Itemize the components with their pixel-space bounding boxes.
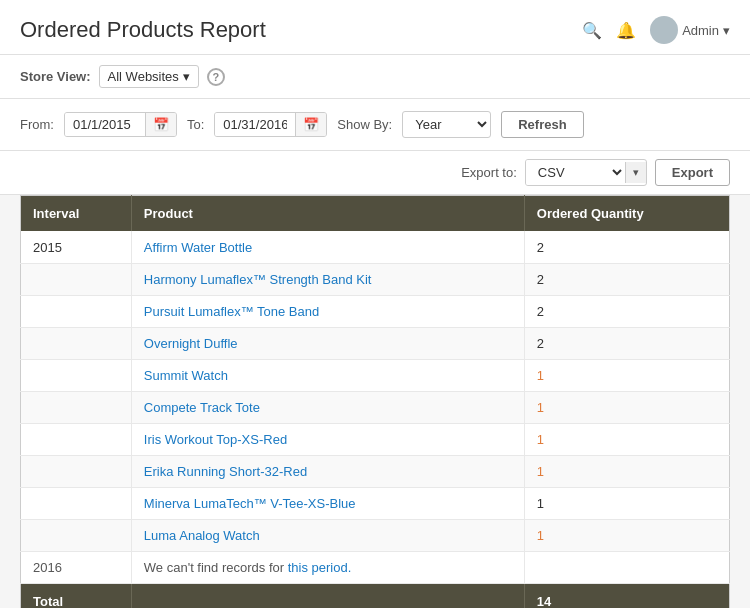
table-body: 2015Affirm Water Bottle2Harmony Lumaflex…: [21, 231, 730, 584]
table-row: Overnight Duffle2: [21, 328, 730, 360]
cell-quantity: 2: [524, 231, 729, 264]
cell-interval: [21, 392, 132, 424]
table-row: 2016We can't find records for this perio…: [21, 552, 730, 584]
refresh-button[interactable]: Refresh: [501, 111, 583, 138]
cell-product[interactable]: Harmony Lumaflex™ Strength Band Kit: [131, 264, 524, 296]
cell-quantity-empty: [524, 552, 729, 584]
from-calendar-icon[interactable]: 📅: [145, 113, 176, 136]
cell-no-records: We can't find records for this period.: [131, 552, 524, 584]
product-link[interactable]: Erika Running Short-32-Red: [144, 464, 307, 479]
page-title: Ordered Products Report: [20, 17, 266, 43]
to-date-input[interactable]: [215, 113, 295, 136]
cell-interval: [21, 296, 132, 328]
cell-quantity: 1: [524, 488, 729, 520]
product-link[interactable]: Minerva LumaTech™ V-Tee-XS-Blue: [144, 496, 356, 511]
product-link[interactable]: Pursuit Lumaflex™ Tone Band: [144, 304, 319, 319]
table-row: 2015Affirm Water Bottle2: [21, 231, 730, 264]
table-footer-row: Total 14: [21, 584, 730, 609]
store-view-chevron-icon: ▾: [183, 69, 190, 84]
col-ordered-quantity: Ordered Quantity: [524, 196, 729, 232]
cell-quantity: 2: [524, 264, 729, 296]
export-button[interactable]: Export: [655, 159, 730, 186]
cell-quantity: 2: [524, 296, 729, 328]
from-date-field[interactable]: 📅: [64, 112, 177, 137]
to-date-field[interactable]: 📅: [214, 112, 327, 137]
cell-product[interactable]: Pursuit Lumaflex™ Tone Band: [131, 296, 524, 328]
store-view-label: Store View:: [20, 69, 91, 84]
cell-product[interactable]: Overnight Duffle: [131, 328, 524, 360]
cell-product[interactable]: Minerva LumaTech™ V-Tee-XS-Blue: [131, 488, 524, 520]
export-chevron-icon: ▾: [625, 162, 646, 183]
cell-quantity: 1: [524, 360, 729, 392]
cell-interval: 2015: [21, 231, 132, 264]
cell-product[interactable]: Summit Watch: [131, 360, 524, 392]
cell-product[interactable]: Compete Track Tote: [131, 392, 524, 424]
avatar: [650, 16, 678, 44]
product-link[interactable]: Compete Track Tote: [144, 400, 260, 415]
store-bar: Store View: All Websites ▾ ?: [0, 55, 750, 99]
cell-quantity: 1: [524, 520, 729, 552]
cell-interval: [21, 264, 132, 296]
bell-icon[interactable]: 🔔: [616, 21, 636, 40]
user-chevron-icon: ▾: [723, 23, 730, 38]
export-to-label: Export to:: [461, 165, 517, 180]
from-date-input[interactable]: [65, 113, 145, 136]
cell-product[interactable]: Iris Workout Top-XS-Red: [131, 424, 524, 456]
table-row: Iris Workout Top-XS-Red1: [21, 424, 730, 456]
header-icons: 🔍 🔔 Admin ▾: [582, 16, 730, 44]
user-label: Admin: [682, 23, 719, 38]
cell-product[interactable]: Affirm Water Bottle: [131, 231, 524, 264]
show-by-label: Show By:: [337, 117, 392, 132]
export-bar: Export to: CSV Excel XML ▾ Export: [0, 151, 750, 195]
product-link[interactable]: Harmony Lumaflex™ Strength Band Kit: [144, 272, 372, 287]
cell-interval: [21, 424, 132, 456]
product-link[interactable]: Iris Workout Top-XS-Red: [144, 432, 287, 447]
table-row: Compete Track Tote1: [21, 392, 730, 424]
store-view-select[interactable]: All Websites ▾: [99, 65, 199, 88]
table-row: Summit Watch1: [21, 360, 730, 392]
product-link[interactable]: Luma Analog Watch: [144, 528, 260, 543]
export-format-select-wrap[interactable]: CSV Excel XML ▾: [525, 159, 647, 186]
to-label: To:: [187, 117, 204, 132]
table-wrap: Interval Product Ordered Quantity 2015Af…: [0, 195, 750, 608]
cell-quantity: 2: [524, 328, 729, 360]
cell-interval: [21, 360, 132, 392]
product-link[interactable]: Summit Watch: [144, 368, 228, 383]
footer-empty: [131, 584, 524, 609]
cell-quantity: 1: [524, 392, 729, 424]
no-records-link[interactable]: this period.: [288, 560, 352, 575]
table-row: Luma Analog Watch1: [21, 520, 730, 552]
user-menu[interactable]: Admin ▾: [650, 16, 730, 44]
product-link[interactable]: Overnight Duffle: [144, 336, 238, 351]
help-icon[interactable]: ?: [207, 68, 225, 86]
from-label: From:: [20, 117, 54, 132]
filter-bar: From: 📅 To: 📅 Show By: Year Month Day Re…: [0, 99, 750, 151]
table-row: Minerva LumaTech™ V-Tee-XS-Blue1: [21, 488, 730, 520]
page-header: Ordered Products Report 🔍 🔔 Admin ▾: [0, 0, 750, 55]
table-row: Pursuit Lumaflex™ Tone Band2: [21, 296, 730, 328]
cell-quantity: 1: [524, 456, 729, 488]
cell-interval: 2016: [21, 552, 132, 584]
cell-interval: [21, 488, 132, 520]
to-calendar-icon[interactable]: 📅: [295, 113, 326, 136]
cell-interval: [21, 520, 132, 552]
footer-total-label: Total: [21, 584, 132, 609]
cell-quantity: 1: [524, 424, 729, 456]
cell-product[interactable]: Erika Running Short-32-Red: [131, 456, 524, 488]
ordered-products-table: Interval Product Ordered Quantity 2015Af…: [20, 195, 730, 608]
cell-interval: [21, 456, 132, 488]
export-format-select[interactable]: CSV Excel XML: [526, 160, 625, 185]
table-row: Harmony Lumaflex™ Strength Band Kit2: [21, 264, 730, 296]
cell-interval: [21, 328, 132, 360]
table-header-row: Interval Product Ordered Quantity: [21, 196, 730, 232]
store-view-value: All Websites: [108, 69, 179, 84]
table-row: Erika Running Short-32-Red1: [21, 456, 730, 488]
product-link[interactable]: Affirm Water Bottle: [144, 240, 252, 255]
search-icon[interactable]: 🔍: [582, 21, 602, 40]
cell-product[interactable]: Luma Analog Watch: [131, 520, 524, 552]
col-interval: Interval: [21, 196, 132, 232]
show-by-select[interactable]: Year Month Day: [402, 111, 491, 138]
footer-total-quantity: 14: [524, 584, 729, 609]
col-product: Product: [131, 196, 524, 232]
